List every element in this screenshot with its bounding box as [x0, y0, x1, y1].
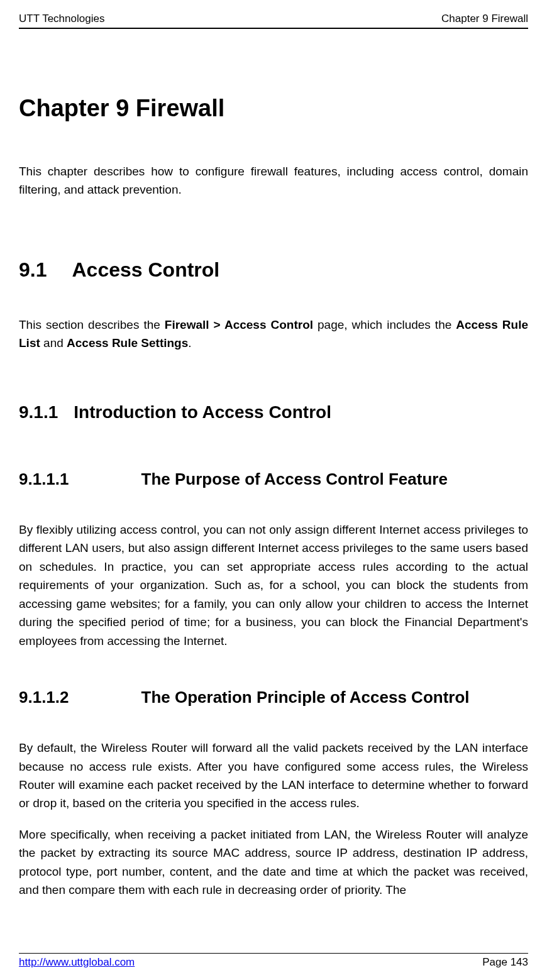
section-9-1-title: Access Control: [72, 258, 219, 281]
section-9-1-1-heading: 9.1.1Introduction to Access Control: [19, 402, 528, 422]
section-9-1-1-1-title: The Purpose of Access Control Feature: [141, 470, 448, 488]
text-span: page, which includes the: [313, 318, 456, 331]
text-span: This section describes the: [19, 318, 165, 331]
chapter-title: Chapter 9 Firewall: [19, 95, 528, 122]
header-right: Chapter 9 Firewall: [441, 13, 528, 25]
header-rule-thick: [19, 28, 528, 29]
header-left: UTT Technologies: [19, 13, 104, 25]
page-footer: http://www.uttglobal.com Page 143: [19, 953, 528, 969]
footer-row: http://www.uttglobal.com Page 143: [19, 956, 528, 969]
section-9-1-1-2-number: 9.1.1.2: [19, 688, 69, 707]
text-span: and: [40, 336, 67, 350]
section-9-1-1-2-body-1: By default, the Wireless Router will for…: [19, 739, 528, 813]
section-9-1-1-title: Introduction to Access Control: [74, 402, 331, 422]
chapter-intro: This chapter describes how to configure …: [19, 163, 528, 199]
section-9-1-1-2-body-2: More specifically, when receiving a pack…: [19, 825, 528, 900]
section-9-1-1-2-title: The Operation Principle of Access Contro…: [141, 688, 470, 707]
section-9-1-1-2-heading: 9.1.1.2The Operation Principle of Access…: [19, 688, 528, 707]
footer-rule: [19, 953, 528, 954]
section-9-1-1-1-body: By flexibly utilizing access control, yo…: [19, 520, 528, 650]
section-9-1-intro: This section describes the Firewall > Ac…: [19, 316, 528, 352]
bold-text: Firewall > Access Control: [165, 318, 313, 331]
section-9-1-1-1-number: 9.1.1.1: [19, 470, 69, 489]
section-9-1-heading: 9.1Access Control: [19, 258, 528, 282]
section-9-1-1-number: 9.1.1: [19, 402, 58, 422]
text-span: .: [188, 336, 191, 350]
footer-page-number: Page 143: [482, 956, 528, 969]
footer-link[interactable]: http://www.uttglobal.com: [19, 956, 135, 969]
page-header: UTT Technologies Chapter 9 Firewall: [19, 13, 528, 28]
section-9-1-number: 9.1: [19, 258, 47, 282]
bold-text: Access Rule Settings: [67, 336, 188, 350]
section-9-1-1-1-heading: 9.1.1.1The Purpose of Access Control Fea…: [19, 470, 528, 489]
